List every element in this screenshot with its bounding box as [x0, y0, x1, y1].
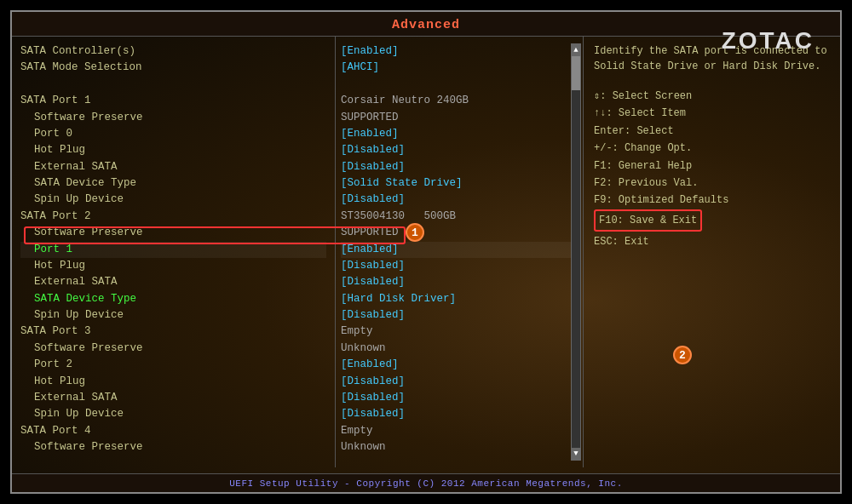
list-item[interactable]: External SATA: [20, 390, 326, 406]
list-item[interactable]: Hot Plug: [20, 258, 326, 274]
value-cell: [Disabled]: [341, 192, 405, 208]
list-item[interactable]: Hot Plug: [20, 142, 326, 158]
list-item: [Solid State Drive]: [341, 175, 578, 192]
list-item[interactable]: SATA Port 2: [20, 209, 326, 225]
menu-item-label: Hot Plug: [34, 374, 85, 390]
list-item[interactable]: Software Preserve: [20, 439, 326, 455]
value-cell: [Hard Disk Driver]: [341, 291, 456, 307]
list-item[interactable]: SATA Mode Selection: [20, 60, 326, 76]
menu-item-label: Software Preserve: [34, 110, 143, 126]
list-item[interactable]: Port 0: [20, 126, 326, 142]
selected-menu-item[interactable]: Port 1: [20, 242, 326, 258]
list-item: [Disabled]: [341, 406, 578, 422]
key-hint: Enter: Select: [594, 123, 830, 140]
menu-item-label: SATA Port 3: [20, 324, 91, 340]
list-item[interactable]: SATA Device Type: [20, 291, 326, 307]
value-cell: [Enabled]: [341, 357, 399, 373]
menu-item-label: SATA Port 1: [20, 93, 91, 109]
list-item[interactable]: SATA Device Type: [20, 175, 326, 192]
menu-values-panel: [Enabled] [AHCI] Corsair Neutro 240GB SU…: [336, 37, 583, 467]
list-item[interactable]: Port 2: [20, 357, 326, 373]
list-item[interactable]: External SATA: [20, 274, 326, 290]
list-item: [Disabled]: [341, 374, 578, 390]
menu-item-label: Hot Plug: [34, 258, 85, 274]
list-item: [Enabled]: [341, 43, 578, 60]
list-item: [Enabled]: [341, 357, 578, 373]
list-item[interactable]: Hot Plug: [20, 374, 326, 390]
menu-item-label: External SATA: [34, 159, 118, 175]
list-item[interactable]: Spin Up Device: [20, 192, 326, 208]
menu-item-label: Port 0: [34, 126, 72, 142]
page-title: Advanced: [392, 18, 460, 32]
footer-bar: UEFI Setup Utility - Copyright (C) 2012 …: [12, 473, 840, 492]
values-column: [Enabled] [AHCI] Corsair Neutro 240GB SU…: [341, 43, 578, 455]
bios-window: Advanced ZOTAC SATA Controller(s) SATA M…: [10, 10, 842, 494]
f10-key-hint: F10: Save & Exit: [594, 209, 702, 232]
list-item: Corsair Neutro 240GB: [341, 93, 578, 109]
value-cell: SUPPORTED: [341, 110, 399, 126]
value-cell: ST35004130 500GB: [341, 209, 456, 225]
list-item: Empty: [341, 324, 578, 340]
list-item: [Disabled]: [341, 192, 578, 208]
list-item: [Hard Disk Driver]: [341, 291, 578, 307]
list-item: [Disabled]: [341, 307, 578, 324]
spacer: [341, 77, 578, 93]
key-hint: ↑↓: Select Item: [594, 105, 830, 122]
list-item[interactable]: SATA Port 3: [20, 324, 326, 340]
menu-item-label: SATA Port 4: [20, 423, 91, 439]
value-cell: Empty: [341, 324, 373, 340]
list-item: SUPPORTED: [341, 225, 578, 241]
menu-item-label: Spin Up Device: [34, 192, 124, 208]
menu-item-label: Software Preserve: [34, 341, 143, 357]
main-content: SATA Controller(s) SATA Mode Selection S…: [12, 37, 840, 467]
brand-logo: ZOTAC: [722, 27, 815, 54]
value-cell: [Disabled]: [341, 142, 405, 158]
selected-value-row: [Enabled]: [341, 242, 578, 258]
value-cell: [Enabled]: [341, 242, 399, 258]
menu-item-label: SATA Device Type: [34, 175, 136, 192]
list-item: [Disabled]: [341, 258, 578, 274]
value-cell: Unknown: [341, 341, 386, 357]
value-cell: [Disabled]: [341, 390, 405, 406]
key-hint: F2: Previous Val.: [594, 175, 830, 192]
list-item[interactable]: External SATA: [20, 159, 326, 175]
menu-item-label: SATA Port 2: [20, 209, 91, 225]
list-item[interactable]: SATA Port 4: [20, 423, 326, 439]
value-cell: [Disabled]: [341, 159, 405, 175]
list-item[interactable]: Software Preserve: [20, 341, 326, 357]
scrollbar-thumb[interactable]: [572, 56, 580, 90]
menu-item-label: External SATA: [34, 390, 118, 406]
list-item[interactable]: SATA Port 1: [20, 93, 326, 109]
spacer: [20, 77, 326, 93]
value-cell: [Disabled]: [341, 374, 405, 390]
key-hint: ⇕: Select Screen: [594, 88, 830, 105]
list-item: [Disabled]: [341, 390, 578, 406]
list-item[interactable]: SATA Controller(s): [20, 43, 326, 60]
list-item: [Disabled]: [341, 159, 578, 175]
value-cell: [Enabled]: [341, 43, 399, 60]
footer-text: UEFI Setup Utility - Copyright (C) 2012 …: [229, 478, 623, 489]
value-cell: [Disabled]: [341, 406, 405, 422]
value-cell: [Disabled]: [341, 307, 405, 324]
list-item: [Disabled]: [341, 142, 578, 158]
list-item[interactable]: Software Preserve: [20, 110, 326, 126]
list-item: [Disabled]: [341, 274, 578, 290]
scroll-up-button[interactable]: ▲: [572, 44, 580, 56]
list-item[interactable]: Software Preserve: [20, 225, 326, 241]
menu-item-label: Port 2: [34, 357, 72, 373]
key-hint: ESC: Exit: [594, 233, 830, 250]
list-item: Unknown: [341, 439, 578, 455]
menu-item-label: Software Preserve: [34, 225, 143, 241]
value-cell: [Disabled]: [341, 258, 405, 274]
scrollbar[interactable]: ▲ ▼: [571, 43, 581, 461]
menu-item-label: Port 1: [34, 242, 72, 258]
list-item: Unknown: [341, 341, 578, 357]
value-cell: SUPPORTED: [341, 225, 399, 241]
title-bar: Advanced: [12, 12, 840, 37]
annotation-2: 2: [673, 346, 692, 364]
list-item: Empty: [341, 423, 578, 439]
list-item[interactable]: Spin Up Device: [20, 406, 326, 422]
list-item[interactable]: Spin Up Device: [20, 307, 326, 324]
value-cell: [AHCI]: [341, 60, 379, 76]
scroll-down-button[interactable]: ▼: [572, 448, 580, 460]
